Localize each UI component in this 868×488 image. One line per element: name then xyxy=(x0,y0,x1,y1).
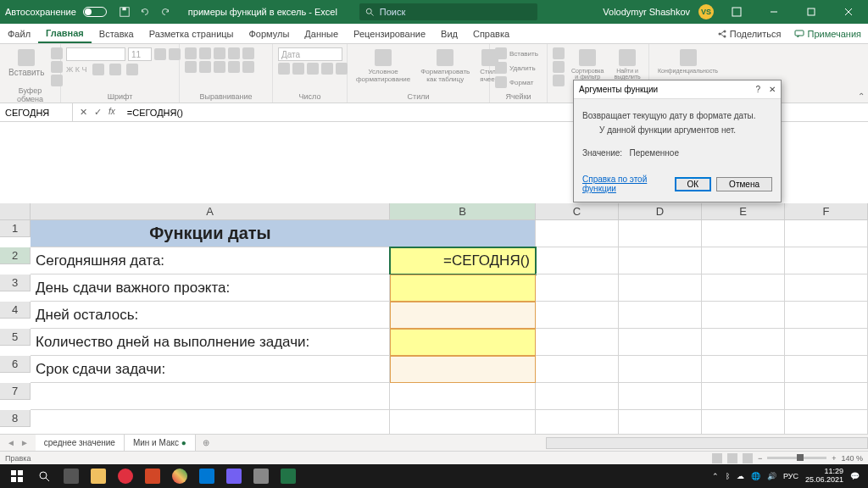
select-all[interactable] xyxy=(0,203,31,220)
tab-layout[interactable]: Разметка страницы xyxy=(142,24,242,43)
view-normal-icon[interactable] xyxy=(712,453,722,463)
format-table-button[interactable]: Форматировать как таблицу xyxy=(417,47,473,85)
cell-D2[interactable] xyxy=(619,247,702,274)
row-8[interactable]: 8 xyxy=(0,410,31,427)
col-C[interactable]: C xyxy=(536,203,619,220)
row-5[interactable]: 5 xyxy=(0,329,31,346)
cancel-button[interactable]: Отмена xyxy=(716,177,772,191)
ribbon-options-icon[interactable] xyxy=(722,0,751,24)
row-4[interactable]: 4 xyxy=(0,302,31,319)
cell-B3[interactable] xyxy=(390,274,536,302)
redo-icon[interactable] xyxy=(159,6,171,18)
cell-D5[interactable] xyxy=(619,329,702,356)
task-app2-icon[interactable] xyxy=(248,466,275,486)
start-button[interactable] xyxy=(3,466,31,486)
horizontal-scrollbar[interactable] xyxy=(546,437,868,449)
tray-network-icon[interactable]: 🌐 xyxy=(751,472,760,480)
task-excel-icon[interactable] xyxy=(275,466,302,486)
cell-E5[interactable] xyxy=(702,329,785,356)
task-opera-icon[interactable] xyxy=(112,466,139,486)
currency-icon[interactable] xyxy=(278,63,290,75)
sheet-next-icon[interactable]: ► xyxy=(20,438,29,447)
align-left-icon[interactable] xyxy=(185,61,197,73)
cell-D6[interactable] xyxy=(619,356,702,383)
cell-A7[interactable] xyxy=(31,383,390,410)
cell-E2[interactable] xyxy=(702,247,785,274)
tray-cloud-icon[interactable]: ☁ xyxy=(737,472,744,480)
fx-icon[interactable]: fx xyxy=(108,107,115,118)
cell-C5[interactable] xyxy=(536,329,619,356)
grow-font-icon[interactable] xyxy=(154,48,166,60)
cell-C3[interactable] xyxy=(536,274,619,302)
zoom-out-icon[interactable]: − xyxy=(758,454,762,463)
comments-button[interactable]: Примечания xyxy=(787,29,868,39)
tab-data[interactable]: Данные xyxy=(297,24,346,43)
task-app1-icon[interactable] xyxy=(193,466,220,486)
align-center-icon[interactable] xyxy=(199,61,211,73)
ok-button[interactable]: ОК xyxy=(675,177,712,191)
inc-dec-icon[interactable] xyxy=(321,63,333,75)
border-icon[interactable] xyxy=(92,64,104,75)
delete-cells-button[interactable]: Удалить xyxy=(495,62,536,74)
dialog-help-link[interactable]: Справка по этой функции xyxy=(582,175,665,193)
row-1[interactable]: 1 xyxy=(0,220,31,237)
dec-dec-icon[interactable] xyxy=(336,63,348,75)
cell-A1[interactable]: Функции даты xyxy=(31,220,390,247)
row-2[interactable]: 2 xyxy=(0,247,31,264)
zoom-slider[interactable] xyxy=(767,457,826,459)
col-F[interactable]: F xyxy=(785,203,868,220)
share-button[interactable]: Поделиться xyxy=(710,29,788,39)
view-break-icon[interactable] xyxy=(743,453,753,463)
close-icon[interactable] xyxy=(834,0,863,24)
zoom-level[interactable]: 140 % xyxy=(841,454,863,463)
merge-icon[interactable] xyxy=(242,61,254,73)
cell-F3[interactable] xyxy=(785,274,868,302)
clear-icon[interactable] xyxy=(553,75,565,86)
col-B[interactable]: B xyxy=(390,203,536,220)
maximize-icon[interactable] xyxy=(797,0,826,24)
indent-dec-icon[interactable] xyxy=(228,61,240,73)
autosum-icon[interactable] xyxy=(553,47,565,59)
cell-F1[interactable] xyxy=(785,220,868,247)
cell-C6[interactable] xyxy=(536,356,619,383)
tab-view[interactable]: Вид xyxy=(433,24,465,43)
sheet-tab-2[interactable]: Мин и Макс ● xyxy=(125,435,196,451)
search-box[interactable]: Поиск xyxy=(359,3,537,20)
sheet-tab-1[interactable]: среднее значение xyxy=(36,435,125,451)
cell-D1[interactable] xyxy=(619,220,702,247)
cell-F5[interactable] xyxy=(785,329,868,356)
tray-expand-icon[interactable]: ⌃ xyxy=(712,472,719,480)
cell-F4[interactable] xyxy=(785,302,868,329)
user-name[interactable]: Volodymyr Shashkov xyxy=(603,7,690,17)
accept-formula-icon[interactable]: ✓ xyxy=(94,107,102,118)
tab-help[interactable]: Справка xyxy=(465,24,517,43)
undo-icon[interactable] xyxy=(139,6,151,18)
view-page-icon[interactable] xyxy=(727,453,737,463)
task-explorer-icon[interactable] xyxy=(85,466,112,486)
cell-D4[interactable] xyxy=(619,302,702,329)
row-7[interactable]: 7 xyxy=(0,383,31,400)
task-powerpoint-icon[interactable] xyxy=(139,466,166,486)
tray-volume-icon[interactable]: 🔊 xyxy=(767,472,776,480)
tab-file[interactable]: Файл xyxy=(0,24,38,43)
orient-icon[interactable] xyxy=(228,47,240,59)
percent-icon[interactable] xyxy=(292,63,304,75)
col-D[interactable]: D xyxy=(619,203,702,220)
tray-clock[interactable]: 11:29 25.06.2021 xyxy=(805,468,843,485)
cancel-formula-icon[interactable]: ✕ xyxy=(80,107,87,118)
cell-F2[interactable] xyxy=(785,247,868,274)
cell-D3[interactable] xyxy=(619,274,702,302)
tray-notifications-icon[interactable]: 💬 xyxy=(850,472,860,480)
cell-F6[interactable] xyxy=(785,356,868,383)
wrap-icon[interactable] xyxy=(242,47,254,59)
name-box[interactable]: СЕГОДНЯ xyxy=(0,103,73,121)
cell-E4[interactable] xyxy=(702,302,785,329)
cell-B7[interactable] xyxy=(390,383,536,410)
cell-A6[interactable]: Срок сдачи задачи: xyxy=(31,356,390,383)
avatar[interactable]: VS xyxy=(698,4,714,19)
font-color-icon[interactable] xyxy=(126,64,138,75)
fill-icon[interactable] xyxy=(109,64,121,75)
task-view-icon[interactable] xyxy=(58,466,85,486)
insert-cells-button[interactable]: Вставить xyxy=(495,47,538,59)
sort-filter-button[interactable]: Сортировка и фильтр xyxy=(568,47,607,81)
